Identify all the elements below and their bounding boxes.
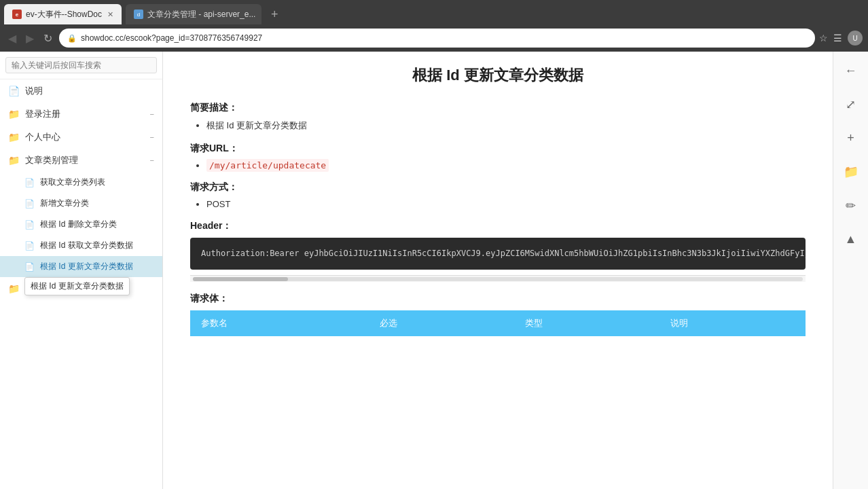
browser-tab-1[interactable]: e ev-大事件--ShowDoc ✕ — [4, 4, 122, 24]
header-code-block: Authorization:Bearer eyJhbGciOiJIUzI1NiI… — [190, 238, 806, 270]
brief-label: 简要描述： — [190, 102, 806, 114]
bookmark-icon[interactable]: ☆ — [819, 33, 828, 43]
sidebar-group-label-3: 文章类别管理 — [25, 154, 78, 166]
scroll-up-button[interactable]: ▲ — [841, 228, 861, 251]
sidebar-item-denglu[interactable]: 📁 登录注册 − — [0, 103, 162, 126]
sidebar-group-label: 登录注册 — [25, 108, 60, 120]
tab-close-2[interactable]: ✕ — [261, 10, 261, 19]
scroll-track — [193, 277, 803, 281]
col-header-desc: 说明 — [659, 310, 806, 336]
sub-doc-icon-2: 📄 — [24, 199, 35, 209]
sub-item-label-2: 新增文章分类 — [40, 198, 89, 209]
browser-tab-2[interactable]: d 文章分类管理 - api-server_e... ✕ — [126, 4, 261, 24]
doc-icon: 📄 — [8, 86, 20, 96]
url-item: /my/article/updatecate — [206, 160, 806, 170]
chevron-icon: − — [150, 110, 154, 118]
sidebar-item-xinjian[interactable]: 📄 新增文章分类 — [0, 193, 162, 214]
sub-item-label-1: 获取文章分类列表 — [40, 177, 105, 188]
scroll-thumb[interactable] — [193, 277, 288, 281]
sidebar-item-huoqu-data[interactable]: 📄 根据 Id 获取文章分类数据 — [0, 235, 162, 256]
main-content: 根据 Id 更新文章分类数据 简要描述： 根据 Id 更新文章分类数据 请求UR… — [163, 52, 833, 489]
sub-doc-icon-1: 📄 — [24, 178, 35, 187]
share-button[interactable]: ⤢ — [842, 93, 860, 116]
sub-doc-icon-4: 📄 — [24, 241, 35, 251]
forward-button[interactable]: ▶ — [23, 31, 37, 46]
params-table-wrapper: 参数名 必选 类型 说明 — [190, 310, 806, 336]
folder-icon: 📁 — [8, 109, 20, 120]
sidebar-search-box[interactable] — [0, 52, 162, 79]
back-panel-button[interactable]: ← — [841, 60, 861, 82]
page-title: 根据 Id 更新文章分类数据 — [190, 65, 806, 86]
params-table: 参数名 必选 类型 说明 — [190, 310, 806, 336]
col-header-type: 类型 — [514, 310, 659, 336]
method-label: 请求方式： — [190, 181, 806, 194]
folder-icon-2: 📁 — [8, 132, 20, 143]
url-path: /my/article/updatecate — [206, 159, 329, 172]
sidebar-group-label-2: 个人中心 — [25, 131, 60, 143]
address-box[interactable]: 🔒 showdoc.cc/escook?page_id=370877635674… — [59, 29, 815, 48]
sidebar-item-label: 说明 — [25, 85, 43, 97]
edit-button[interactable]: ✏ — [842, 194, 860, 217]
folder-panel-button[interactable]: 📁 — [839, 160, 863, 183]
sidebar-group-header-fenlei[interactable]: 📁 文章类别管理 − — [0, 149, 162, 172]
sub-item-label-5: 根据 Id 更新文章分类数据 — [40, 261, 133, 272]
chevron-icon-2: − — [150, 133, 154, 141]
tab-label-1: ev-大事件--ShowDoc — [26, 9, 102, 20]
tab-favicon-2: d — [134, 10, 143, 19]
col-header-required: 必选 — [369, 310, 514, 336]
folder-icon-4: 📁 — [8, 283, 20, 294]
col-header-name: 参数名 — [190, 310, 369, 336]
sub-doc-icon-5: 📄 — [24, 262, 35, 272]
tab-label-2: 文章分类管理 - api-server_e... — [147, 9, 255, 20]
method-list: POST — [190, 199, 806, 209]
url-list: /my/article/updatecate — [190, 160, 806, 170]
header-label: Header： — [190, 220, 806, 232]
brief-item: 根据 Id 更新文章分类数据 — [206, 120, 806, 132]
refresh-button[interactable]: ↻ — [41, 31, 55, 46]
folder-icon-3: 📁 — [8, 155, 20, 166]
user-avatar[interactable]: U — [848, 31, 863, 46]
collections-icon[interactable]: ☰ — [833, 33, 842, 43]
right-panel: ← ⤢ + 📁 ✏ ▲ — [833, 52, 868, 489]
method-item: POST — [206, 199, 806, 209]
sidebar-item-huoqu-list[interactable]: 📄 获取文章分类列表 — [0, 172, 162, 193]
tab-favicon-1: e — [12, 10, 22, 19]
sub-item-label-3: 根据 Id 删除文章分类 — [40, 219, 117, 230]
brief-list: 根据 Id 更新文章分类数据 — [190, 120, 806, 132]
sidebar-item-geren[interactable]: 📁 个人中心 − — [0, 126, 162, 149]
horizontal-scrollbar[interactable] — [190, 275, 806, 282]
sub-doc-icon-3: 📄 — [24, 220, 35, 230]
search-input[interactable] — [5, 57, 157, 73]
sidebar-item-shuoming[interactable]: 📄 说明 — [0, 79, 162, 103]
add-panel-button[interactable]: + — [843, 127, 858, 149]
url-text: showdoc.cc/escook?page_id=37087763567499… — [81, 33, 262, 43]
sidebar-item-shanchu[interactable]: 📄 根据 Id 删除文章分类 — [0, 214, 162, 235]
tab-close-1[interactable]: ✕ — [107, 10, 113, 19]
chevron-icon-3: − — [150, 156, 154, 164]
url-label: 请求URL： — [190, 143, 806, 155]
sidebar-tooltip: 根据 Id 更新文章分类数据 — [24, 277, 130, 295]
sidebar: 📄 说明 📁 登录注册 − 📁 个人中心 − 📁 文章类别管理 − 📄 获 — [0, 52, 163, 489]
lock-icon: 🔒 — [67, 34, 77, 43]
back-button[interactable]: ◀ — [5, 31, 19, 46]
sidebar-group-fenlei: 📁 文章类别管理 − 📄 获取文章分类列表 📄 新增文章分类 📄 根据 Id 删… — [0, 149, 162, 277]
new-tab-button[interactable]: + — [266, 7, 284, 22]
sub-item-label-4: 根据 Id 获取文章分类数据 — [40, 240, 133, 251]
sidebar-item-gengxin[interactable]: 📄 根据 Id 更新文章分类数据 — [0, 256, 162, 277]
body-label: 请求体： — [190, 293, 806, 305]
